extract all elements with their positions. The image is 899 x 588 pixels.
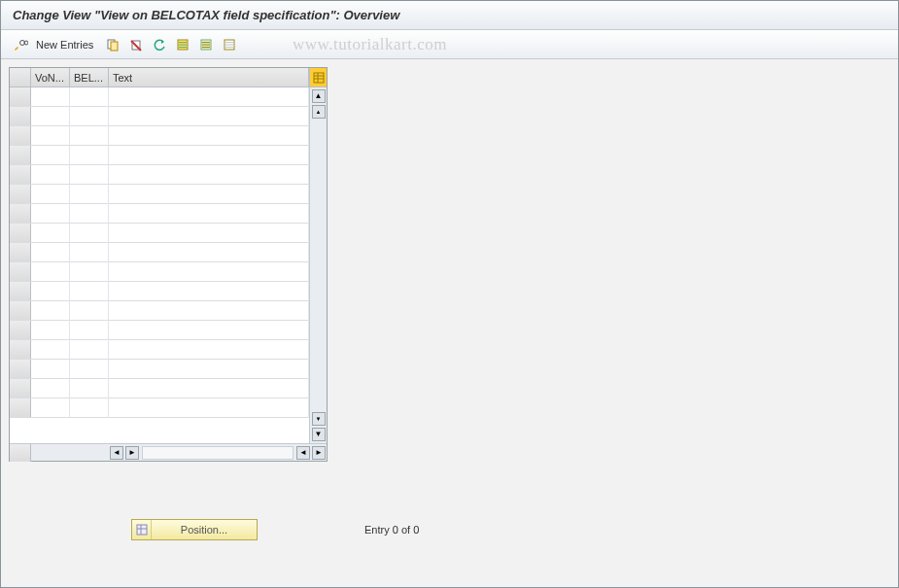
cell-text[interactable]	[109, 398, 309, 418]
cell-von[interactable]	[31, 340, 70, 360]
cell-text[interactable]	[109, 107, 309, 126]
cell-von[interactable]	[31, 360, 70, 379]
row-selector[interactable]	[10, 146, 31, 164]
cell-bel[interactable]	[70, 262, 109, 282]
row-selector[interactable]	[10, 87, 31, 106]
cell-text[interactable]	[109, 204, 309, 224]
cell-text[interactable]	[109, 224, 309, 243]
cell-von[interactable]	[31, 398, 70, 418]
row-selector[interactable]	[10, 301, 31, 320]
row-selector[interactable]	[10, 243, 31, 261]
cell-von[interactable]	[31, 321, 70, 340]
cell-bel[interactable]	[70, 243, 109, 262]
cell-text[interactable]	[109, 379, 309, 398]
row-selector[interactable]	[10, 379, 31, 398]
svg-rect-12	[202, 44, 210, 45]
cell-von[interactable]	[31, 379, 70, 398]
row-selector[interactable]	[10, 185, 31, 203]
scroll-last-button[interactable]: ►	[312, 446, 326, 460]
cell-text[interactable]	[109, 282, 309, 301]
cell-text[interactable]	[109, 301, 309, 321]
cell-bel[interactable]	[70, 379, 109, 398]
cell-von[interactable]	[31, 126, 70, 146]
position-button[interactable]: Position...	[131, 519, 258, 540]
cell-von[interactable]	[31, 262, 70, 282]
row-selector[interactable]	[10, 321, 31, 339]
cell-von[interactable]	[31, 146, 70, 165]
cell-text[interactable]	[109, 146, 309, 165]
scroll-first-button[interactable]: ◄	[110, 446, 123, 460]
cell-von[interactable]	[31, 204, 70, 224]
row-selector[interactable]	[10, 204, 31, 223]
cell-bel[interactable]	[70, 165, 109, 185]
cell-text[interactable]	[109, 126, 309, 146]
horizontal-scroll-track[interactable]	[142, 446, 294, 460]
row-selector[interactable]	[10, 282, 31, 300]
cell-text[interactable]	[109, 360, 309, 379]
cell-text[interactable]	[109, 243, 309, 262]
select-block-button[interactable]	[196, 35, 216, 54]
deselect-all-button[interactable]	[220, 35, 239, 54]
scroll-down-button[interactable]: ▼	[312, 428, 326, 441]
cell-bel[interactable]	[70, 282, 109, 301]
undo-button[interactable]	[150, 35, 169, 54]
cell-bel[interactable]	[70, 126, 109, 146]
cell-von[interactable]	[31, 282, 70, 301]
cell-bel[interactable]	[70, 398, 109, 418]
scroll-right-button[interactable]: ◄	[296, 446, 310, 460]
position-button-label: Position...	[152, 524, 257, 536]
row-selector[interactable]	[10, 126, 31, 145]
scroll-down-small-button[interactable]: ▼	[312, 412, 326, 426]
grid-header-col-bel[interactable]: BEL...	[70, 68, 109, 86]
scroll-up-small-button[interactable]: ▲	[312, 105, 326, 119]
cell-text[interactable]	[109, 87, 309, 107]
data-grid: VoN... BEL... Text ▲ ▲ ▼ ▼	[9, 67, 328, 462]
cell-text[interactable]	[109, 321, 309, 340]
row-selector[interactable]	[10, 165, 31, 184]
row-selector[interactable]	[10, 262, 31, 281]
cell-bel[interactable]	[70, 321, 109, 340]
app-window: Change View "View on BELCOTAX field spec…	[0, 0, 899, 588]
cell-bel[interactable]	[70, 107, 109, 126]
select-all-button[interactable]	[173, 35, 192, 54]
cell-text[interactable]	[109, 262, 309, 282]
grid-header-col-text[interactable]: Text	[109, 68, 309, 86]
cell-text[interactable]	[109, 340, 309, 360]
cell-von[interactable]	[31, 301, 70, 321]
row-selector[interactable]	[10, 224, 31, 242]
delete-button[interactable]	[126, 35, 146, 54]
cell-text[interactable]	[109, 165, 309, 185]
cell-bel[interactable]	[70, 204, 109, 224]
grid-header-selector[interactable]	[10, 68, 31, 86]
copy-as-button[interactable]	[103, 35, 122, 54]
cell-von[interactable]	[31, 243, 70, 262]
cell-bel[interactable]	[70, 146, 109, 165]
grid-header-col-von[interactable]: VoN...	[31, 68, 70, 86]
cell-bel[interactable]	[70, 87, 109, 107]
row-selector[interactable]	[10, 398, 31, 417]
watermark-text: www.tutorialkart.com	[293, 30, 447, 59]
cell-von[interactable]	[31, 165, 70, 185]
scroll-left-button[interactable]: ►	[125, 446, 139, 460]
cell-text[interactable]	[109, 185, 309, 204]
vertical-scrollbar[interactable]: ▲ ▲ ▼ ▼	[309, 87, 327, 443]
grid-configure-button[interactable]	[309, 68, 327, 86]
row-selector[interactable]	[10, 340, 31, 359]
undo-icon	[153, 38, 166, 52]
cell-bel[interactable]	[70, 360, 109, 379]
row-selector[interactable]	[10, 107, 31, 125]
svg-rect-11	[202, 42, 210, 43]
cell-bel[interactable]	[70, 185, 109, 204]
new-entries-button[interactable]: New Entries	[34, 35, 99, 54]
svg-rect-22	[137, 525, 147, 535]
cell-bel[interactable]	[70, 301, 109, 321]
cell-von[interactable]	[31, 87, 70, 107]
cell-bel[interactable]	[70, 224, 109, 243]
cell-von[interactable]	[31, 185, 70, 204]
change-display-button[interactable]	[11, 35, 30, 54]
scroll-up-button[interactable]: ▲	[312, 89, 326, 103]
cell-bel[interactable]	[70, 340, 109, 360]
cell-von[interactable]	[31, 224, 70, 243]
cell-von[interactable]	[31, 107, 70, 126]
row-selector[interactable]	[10, 360, 31, 378]
